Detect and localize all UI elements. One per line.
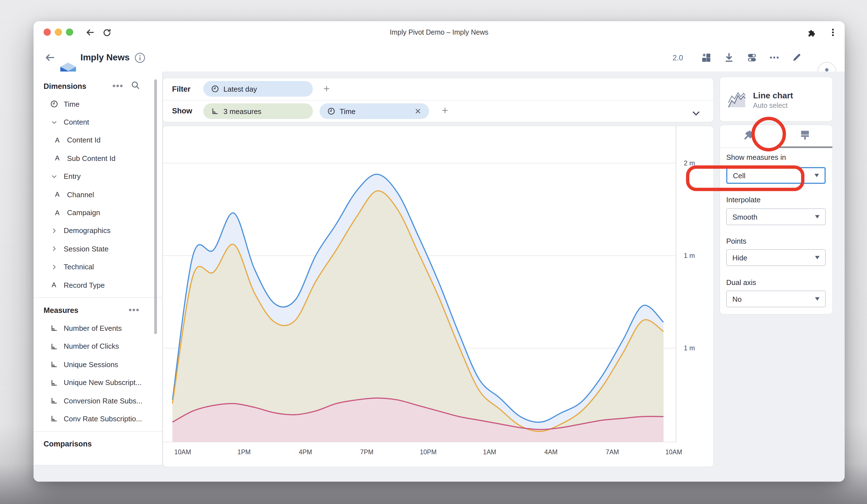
clock-icon: [211, 85, 219, 93]
sidebar-item-content[interactable]: Content: [33, 113, 162, 131]
x-axis-tick-label: 10AM: [665, 448, 682, 456]
sidebar-item-record-type[interactable]: ARecord Type: [33, 276, 162, 294]
sidebar-item-conv-rate-subscriptio[interactable]: Conv Rate Subscriptio...: [33, 410, 162, 428]
sidebar-item-session-state[interactable]: Session State: [33, 240, 162, 258]
dimensions-more-icon[interactable]: •••: [112, 83, 124, 89]
sidebar-item-conversion-rate-subs[interactable]: Conversion Rate Subs...: [33, 392, 162, 410]
paint-icon[interactable]: [799, 129, 811, 143]
sidebar-item-label: Unique Sessions: [64, 361, 118, 369]
sidebar-item-label: Entry: [64, 172, 81, 181]
content-area: Dimensions ••• TimeContentAContent IdASu…: [33, 72, 845, 482]
download-icon[interactable]: [724, 52, 735, 63]
browser-window: Imply Pivot Demo – Imply News Imply News: [33, 21, 845, 482]
points-value: Hide: [732, 254, 748, 262]
filter-show-card: Filter Latest day + Show: [163, 78, 713, 122]
sidebar-scrollbar[interactable]: [154, 79, 157, 334]
points-label: Points: [726, 237, 746, 245]
x-axis-tick-label: 4AM: [544, 448, 557, 456]
comparisons-title: Comparisons: [44, 440, 92, 448]
points-select[interactable]: Hide: [726, 249, 826, 266]
sidebar-item-number-of-clicks[interactable]: Number of Clicks: [33, 337, 162, 355]
sidebar-item-number-of-events[interactable]: Number of Events: [33, 319, 162, 337]
show-pill-time[interactable]: Time ✕: [320, 103, 429, 119]
sidebar-item-unique-new-subscript[interactable]: Unique New Subscript...: [33, 374, 162, 392]
annotation-rect-cell-select: [686, 165, 804, 191]
interpolate-value: Smooth: [732, 213, 758, 221]
pencil-icon[interactable]: [791, 52, 802, 63]
chevron-right-icon[interactable]: [50, 227, 58, 234]
sidebar-item-unique-sessions[interactable]: Unique Sessions: [33, 355, 162, 374]
chevron-down-icon: [815, 297, 820, 301]
active-tab-underline: [776, 147, 832, 148]
x-axis-tick-label: 7AM: [606, 448, 619, 456]
chart-options-card: Show measures in Cell Interpolate Smooth…: [720, 125, 832, 314]
show-row: Show 3 measures Time ✕ +: [163, 100, 713, 122]
measures-more-icon[interactable]: •••: [128, 308, 140, 313]
sidebar-item-time[interactable]: Time: [33, 95, 162, 113]
extension-icon[interactable]: [805, 26, 817, 39]
back-icon[interactable]: [44, 52, 55, 63]
info-icon[interactable]: [134, 52, 145, 63]
sidebar-item-entry[interactable]: Entry: [33, 167, 162, 185]
kebab-menu-icon[interactable]: [827, 26, 839, 39]
chevron-down-icon[interactable]: [50, 119, 58, 126]
dimensions-section-header: Dimensions •••: [33, 77, 162, 95]
chevron-down-icon[interactable]: [50, 173, 58, 180]
chart-canvas[interactable]: 2 m1 m1 m10AM1PM4PM7PM10PM1AM4AM7AM10AM: [163, 126, 713, 467]
letter-a-icon: A: [50, 281, 58, 289]
add-show-plus-icon[interactable]: +: [442, 105, 448, 117]
clock-icon: [327, 107, 335, 115]
measure-icon: [50, 378, 58, 386]
search-icon[interactable]: [131, 81, 140, 91]
dual-axis-select[interactable]: No: [726, 291, 826, 307]
sidebar-item-demographics[interactable]: Demographics: [33, 222, 162, 240]
show-pill-time-label: Time: [340, 107, 355, 115]
add-filter-plus-icon[interactable]: +: [323, 83, 330, 95]
version-label: 2.0: [673, 44, 683, 72]
letter-a-icon: A: [53, 154, 62, 162]
comparisons-section-header[interactable]: Comparisons: [33, 435, 162, 453]
close-icon[interactable]: ✕: [407, 107, 421, 116]
sidebar-item-label: Technical: [64, 262, 94, 271]
measures-title: Measures: [44, 306, 78, 314]
filter-pill-latest-day[interactable]: Latest day: [203, 81, 313, 97]
browser-tab-title: Imply Pivot Demo – Imply News: [33, 21, 845, 44]
sidebar-item-label: Campaign: [67, 208, 100, 217]
sidebar-item-sub-content-id[interactable]: ASub Content Id: [33, 149, 162, 167]
sidebar-item-label: Unique New Subscript...: [64, 378, 142, 387]
dimensions-list: TimeContentAContent IdASub Content IdEnt…: [33, 95, 162, 294]
page-title: Imply News: [81, 44, 130, 72]
sidebar-item-label: Channel: [67, 190, 94, 199]
browser-titlebar: Imply Pivot Demo – Imply News: [33, 21, 845, 44]
chart-type-title: Line chart: [753, 90, 793, 100]
sidebar-item-technical[interactable]: Technical: [33, 258, 162, 276]
interpolate-select[interactable]: Smooth: [726, 208, 826, 225]
annotation-circle-paint-tab: [751, 117, 786, 151]
chevron-right-icon[interactable]: [50, 246, 58, 252]
measure-icon: [50, 415, 58, 423]
area-fill-orange: [172, 191, 663, 442]
sidebar-item-channel[interactable]: AChannel: [33, 185, 162, 204]
x-axis-tick-label: 7PM: [360, 448, 373, 456]
chart-card: 2 m1 m1 m10AM1PM4PM7PM10PM1AM4AM7AM10AM: [163, 126, 713, 467]
dual-axis-value: No: [732, 295, 741, 303]
sidebar-item-label: Session State: [64, 245, 108, 253]
sidebar-item-content-id[interactable]: AContent Id: [33, 131, 162, 149]
measure-icon: [50, 343, 58, 350]
dual-axis-label: Dual axis: [726, 278, 756, 287]
chart-type-card[interactable]: Line chart Auto select: [720, 77, 832, 121]
toggles-icon[interactable]: [746, 52, 758, 63]
chevron-right-icon[interactable]: [50, 264, 58, 270]
letter-a-icon: A: [53, 136, 62, 144]
chevron-down-icon[interactable]: [692, 108, 700, 118]
x-axis-tick-label: 1PM: [237, 448, 250, 456]
letter-a-icon: A: [53, 191, 62, 199]
sidebar-item-label: Number of Clicks: [64, 342, 119, 351]
dashboard-add-icon[interactable]: [700, 52, 712, 63]
show-pill-measures[interactable]: 3 measures: [203, 103, 313, 119]
more-icon[interactable]: [769, 52, 780, 63]
screen: Imply Pivot Demo – Imply News Imply News: [0, 0, 867, 504]
filter-label: Filter: [172, 78, 191, 100]
sidebar-item-label: Time: [64, 100, 79, 108]
sidebar-item-campaign[interactable]: ACampaign: [33, 204, 162, 222]
